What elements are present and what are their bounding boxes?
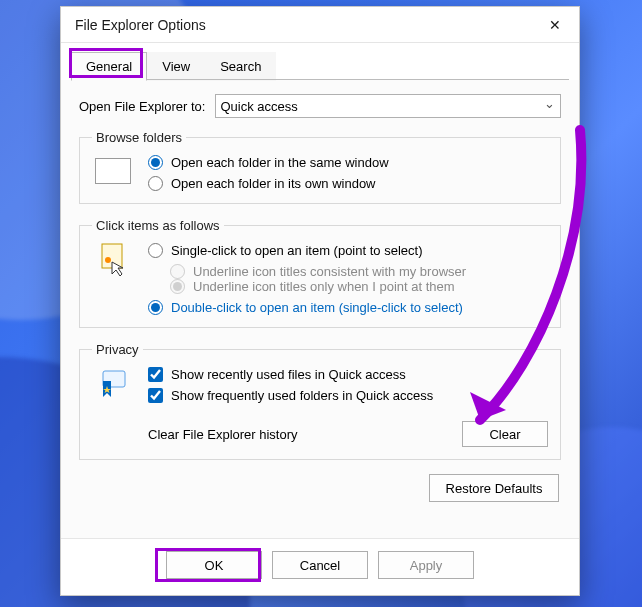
restore-defaults-button[interactable]: Restore Defaults <box>429 474 559 502</box>
open-to-select[interactable]: Quick access <box>215 94 561 118</box>
browse-folders-legend: Browse folders <box>92 130 186 145</box>
quick-access-icon <box>92 367 134 399</box>
underline-browser-radio <box>170 264 185 279</box>
tab-view[interactable]: View <box>147 52 205 81</box>
privacy-legend: Privacy <box>92 342 143 357</box>
underline-browser-option: Underline icon titles consistent with my… <box>170 264 466 279</box>
apply-button[interactable]: Apply <box>378 551 474 579</box>
underline-point-radio <box>170 279 185 294</box>
clear-history-label: Clear File Explorer history <box>148 427 298 442</box>
click-items-group: Click items as follows Single-click to o… <box>79 218 561 328</box>
show-frequent-checkbox[interactable] <box>148 388 163 403</box>
dialog-title: File Explorer Options <box>75 17 206 33</box>
tab-strip: General View Search <box>61 43 579 80</box>
browse-folders-group: Browse folders Open each folder in the s… <box>79 130 561 204</box>
single-click-radio[interactable] <box>148 243 163 258</box>
cancel-button[interactable]: Cancel <box>272 551 368 579</box>
file-explorer-options-dialog: File Explorer Options ✕ General View Sea… <box>60 6 580 596</box>
show-recent-option[interactable]: Show recently used files in Quick access <box>148 367 548 382</box>
browse-own-window-option[interactable]: Open each folder in its own window <box>148 176 389 191</box>
tab-general[interactable]: General <box>71 52 147 81</box>
svg-point-1 <box>105 257 111 263</box>
double-click-option[interactable]: Double-click to open an item (single-cli… <box>148 300 466 315</box>
tab-panel-general: Open File Explorer to: Quick access Brow… <box>61 80 579 538</box>
browse-same-window-radio[interactable] <box>148 155 163 170</box>
show-frequent-option[interactable]: Show frequently used folders in Quick ac… <box>148 388 548 403</box>
underline-point-option: Underline icon titles only when I point … <box>170 279 466 294</box>
click-items-legend: Click items as follows <box>92 218 224 233</box>
privacy-group: Privacy Show recently used files in Quic… <box>79 342 561 460</box>
window-icon <box>92 155 134 187</box>
clear-button[interactable]: Clear <box>462 421 548 447</box>
single-click-option[interactable]: Single-click to open an item (point to s… <box>148 243 466 258</box>
tab-search[interactable]: Search <box>205 52 276 81</box>
show-recent-checkbox[interactable] <box>148 367 163 382</box>
browse-own-window-radio[interactable] <box>148 176 163 191</box>
dialog-footer: OK Cancel Apply <box>61 538 579 595</box>
browse-same-window-option[interactable]: Open each folder in the same window <box>148 155 389 170</box>
close-icon[interactable]: ✕ <box>541 11 569 39</box>
cursor-icon <box>92 243 134 275</box>
ok-button[interactable]: OK <box>166 551 262 579</box>
double-click-radio[interactable] <box>148 300 163 315</box>
titlebar: File Explorer Options ✕ <box>61 7 579 43</box>
open-to-label: Open File Explorer to: <box>79 99 205 114</box>
